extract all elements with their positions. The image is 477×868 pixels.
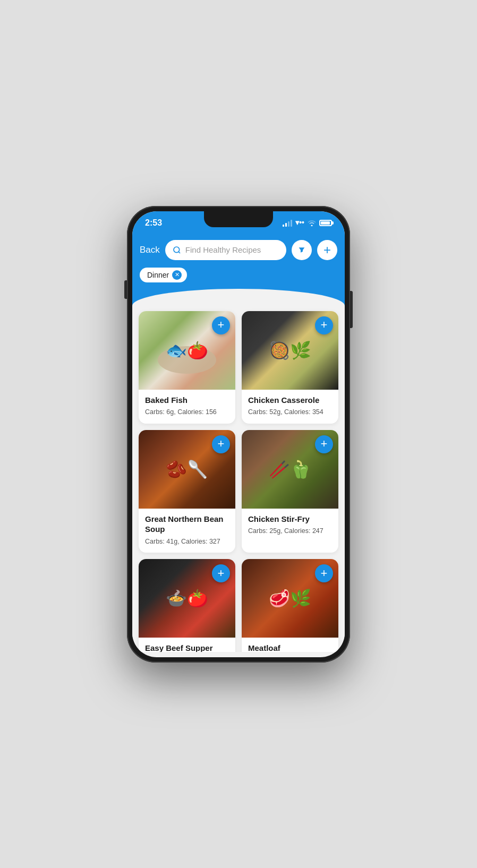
recipe-info-baked-fish: Baked Fish Carbs: 6g, Calories: 156 (139, 390, 235, 424)
recipe-image-chicken-stirfry: + (242, 430, 338, 509)
recipe-card-chicken-stirfry[interactable]: + Chicken Stir-Fry Carbs: 25g, Calories:… (242, 430, 338, 553)
recipe-stats-chicken-stirfry: Carbs: 25g, Calories: 247 (248, 527, 332, 536)
recipe-list: + Baked Fish Carbs: 6g, Calories: 156 + (132, 306, 345, 652)
add-icon: + (323, 244, 331, 256)
chip-label: Dinner (147, 271, 169, 279)
recipe-image-chicken-casserole: + (242, 311, 338, 390)
svg-line-1 (178, 252, 180, 253)
filter-icon (297, 246, 306, 254)
add-plus-icon: + (218, 438, 225, 450)
recipe-stats-chicken-casserole: Carbs: 52g, Calories: 354 (248, 408, 332, 417)
recipe-card-beef-supper[interactable]: + Easy Beef Supper Carbs: 46g, Calories:… (139, 559, 235, 652)
phone-screen: 2:53 ▾•• Back (132, 211, 345, 657)
status-icons: ▾•• (283, 219, 332, 227)
recipe-image-baked-fish: + (139, 311, 235, 390)
wifi-icon: ▾•• (295, 218, 304, 227)
recipe-name-bean-soup: Great Northern Bean Soup (145, 514, 229, 535)
recipe-image-beef-supper: + (139, 559, 235, 638)
add-recipe-button-chicken-stirfry[interactable]: + (315, 435, 333, 453)
add-plus-icon: + (218, 319, 225, 331)
recipe-name-beef-supper: Easy Beef Supper (145, 643, 229, 652)
add-recipe-button-meatloaf[interactable]: + (315, 564, 333, 582)
add-plus-icon: + (321, 568, 328, 579)
search-bar[interactable]: Find Healthy Recipes (165, 240, 286, 260)
recipe-info-bean-soup: Great Northern Bean Soup Carbs: 41g, Cal… (139, 509, 235, 553)
svg-point-0 (174, 247, 180, 253)
recipe-name-baked-fish: Baked Fish (145, 395, 229, 406)
add-recipe-button-chicken-casserole[interactable]: + (315, 316, 333, 334)
add-recipe-button-beef-supper[interactable]: + (212, 564, 230, 582)
recipe-card-chicken-casserole[interactable]: + Chicken Casserole Carbs: 52g, Calories… (242, 311, 338, 424)
recipe-image-bean-soup: + (139, 430, 235, 509)
add-button[interactable]: + (317, 240, 337, 260)
recipe-info-chicken-casserole: Chicken Casserole Carbs: 52g, Calories: … (242, 390, 338, 424)
recipe-stats-bean-soup: Carbs: 41g, Calories: 327 (145, 537, 229, 547)
recipe-name-meatloaf: Meatloaf (248, 643, 332, 652)
recipe-image-meatloaf: + (242, 559, 338, 638)
recipe-grid: + Baked Fish Carbs: 6g, Calories: 156 + (139, 311, 338, 652)
recipe-info-meatloaf: Meatloaf Carbs: 26g, Calories: 292 (242, 638, 338, 652)
recipe-name-chicken-casserole: Chicken Casserole (248, 395, 332, 406)
battery-icon (319, 220, 332, 226)
add-recipe-button-baked-fish[interactable]: + (212, 316, 230, 334)
recipe-name-chicken-stirfry: Chicken Stir-Fry (248, 514, 332, 525)
add-plus-icon: + (218, 568, 225, 579)
filter-chips-container: Dinner ✕ (132, 268, 345, 289)
recipe-card-bean-soup[interactable]: + Great Northern Bean Soup Carbs: 41g, C… (139, 430, 235, 553)
recipe-card-baked-fish[interactable]: + Baked Fish Carbs: 6g, Calories: 156 (139, 311, 235, 424)
dinner-chip[interactable]: Dinner ✕ (140, 268, 187, 282)
recipe-info-beef-supper: Easy Beef Supper Carbs: 46g, Calories: 3… (139, 638, 235, 652)
recipe-stats-baked-fish: Carbs: 6g, Calories: 156 (145, 408, 229, 417)
back-button[interactable]: Back (140, 245, 160, 255)
phone-notch (204, 211, 273, 227)
phone-frame: 2:53 ▾•• Back (127, 206, 350, 663)
add-plus-icon: + (321, 438, 328, 450)
status-time: 2:53 (145, 218, 162, 228)
filter-button[interactable] (292, 240, 312, 260)
chip-remove-button[interactable]: ✕ (172, 270, 182, 280)
add-recipe-button-bean-soup[interactable]: + (212, 435, 230, 453)
wave-divider (132, 289, 345, 306)
search-icon (173, 246, 181, 254)
header: Back Find Healthy Recipes + (132, 235, 345, 268)
recipe-card-meatloaf[interactable]: + Meatloaf Carbs: 26g, Calories: 292 (242, 559, 338, 652)
add-plus-icon: + (321, 319, 328, 331)
wifi-symbol (308, 220, 316, 226)
recipe-info-chicken-stirfry: Chicken Stir-Fry Carbs: 25g, Calories: 2… (242, 509, 338, 543)
search-placeholder: Find Healthy Recipes (185, 245, 261, 254)
signal-icon (283, 219, 292, 227)
